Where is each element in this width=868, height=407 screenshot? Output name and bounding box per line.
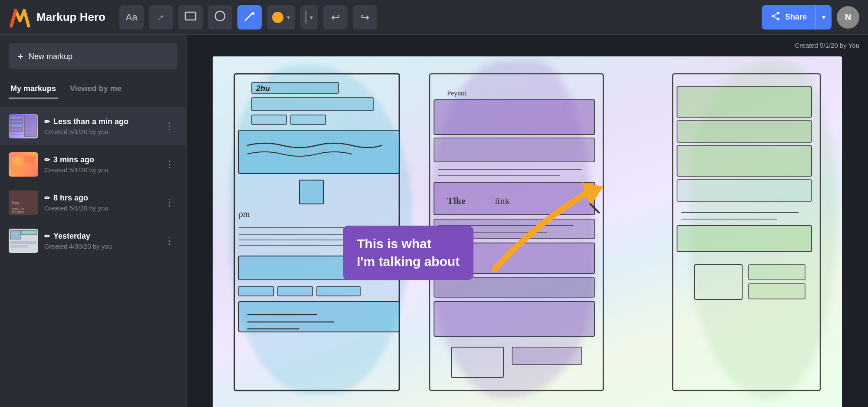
svg-rect-72 (694, 265, 742, 299)
list-item[interactable]: ✏ Yesterday Created 4/30/20 by you ⋮ (0, 222, 186, 260)
svg-rect-66 (677, 121, 812, 142)
svg-text:link: link (495, 195, 510, 206)
svg-line-7 (774, 17, 777, 19)
markup-thumbnail (9, 229, 38, 253)
svg-rect-50 (434, 138, 595, 162)
thumb-sketch-icon (9, 152, 38, 177)
share-button[interactable]: Share (762, 5, 815, 30)
svg-text:must be: must be (12, 207, 25, 210)
markup-subtitle: Created 5/1/20 by you (44, 204, 155, 212)
svg-rect-25 (10, 245, 28, 248)
thumb-sketch-icon (9, 114, 38, 138)
svg-rect-24 (10, 241, 36, 244)
svg-point-1 (215, 11, 225, 21)
header: Markup Hero Aa ↑ ▾ ▾ ↩ ↪ (0, 0, 868, 35)
tab-my-markups[interactable]: My markups (9, 80, 58, 98)
markup-info: ✏ Less than a min ago Created 5/1/20 by … (44, 117, 155, 135)
svg-rect-42 (317, 286, 360, 296)
markup-title: ✏ Yesterday (44, 232, 155, 241)
share-dropdown-button[interactable]: ▾ (815, 5, 832, 30)
color-chevron-icon: ▾ (287, 14, 290, 21)
arrow-tool-button[interactable]: ↑ (149, 5, 173, 30)
sidebar: + New markup My markups Viewed by me (0, 35, 187, 407)
share-label: Share (785, 13, 807, 22)
color-picker-button[interactable]: ▾ (267, 5, 295, 30)
canvas-area[interactable]: Created 5/1/20 by You 2hu (187, 35, 868, 407)
created-info: Created 5/1/20 by You (795, 42, 859, 49)
annotation-box: This is what I'm talking about (343, 226, 473, 280)
more-options-button[interactable]: ⋮ (161, 157, 178, 172)
markup-title: ✏ Less than a min ago (44, 117, 155, 126)
markup-subtitle: Created 5/1/20 by you (44, 166, 155, 174)
svg-rect-71 (677, 226, 812, 252)
circle-tool-icon (214, 10, 226, 25)
thumb-sketch-icon: this must be the place (9, 190, 38, 215)
svg-rect-49 (434, 100, 595, 135)
svg-rect-61 (434, 302, 595, 336)
share-icon (770, 11, 781, 23)
markup-thumbnail (9, 152, 38, 177)
color-dot (272, 12, 283, 23)
svg-rect-68 (677, 180, 812, 201)
svg-text:Tlke: Tlke (447, 195, 466, 206)
svg-rect-63 (512, 347, 582, 364)
share-dropdown-chevron-icon: ▾ (822, 13, 825, 21)
redo-button[interactable]: ↪ (353, 5, 377, 30)
svg-rect-16 (24, 156, 35, 163)
svg-rect-74 (749, 284, 805, 299)
plus-icon: + (17, 50, 23, 62)
pen-tool-button[interactable] (237, 5, 262, 30)
new-markup-button[interactable]: + New markup (9, 43, 178, 69)
markup-subtitle: Created 5/1/20 by you (44, 128, 155, 135)
stroke-width-button[interactable]: ▾ (300, 5, 318, 30)
arrow-tool-icon: ↑ (155, 11, 167, 23)
svg-rect-22 (10, 230, 21, 239)
pen-tool-icon (243, 10, 256, 25)
rectangle-tool-icon (184, 11, 197, 23)
markup-info: ✏ 8 hrs ago Created 5/1/20 by you (44, 194, 155, 212)
edit-icon: ✏ (44, 194, 50, 202)
edit-icon: ✏ (44, 156, 50, 164)
svg-rect-23 (22, 230, 36, 235)
share-group: Share ▾ (762, 5, 832, 30)
svg-rect-0 (185, 12, 196, 20)
more-options-button[interactable]: ⋮ (161, 195, 178, 210)
svg-rect-67 (677, 146, 812, 176)
svg-text:this: this (12, 200, 19, 205)
svg-rect-65 (677, 87, 812, 117)
list-item[interactable]: this must be the place ✏ 8 hrs ago Creat… (0, 184, 186, 222)
svg-point-6 (777, 18, 779, 20)
canvas-image[interactable]: 2hu ρm (213, 56, 842, 407)
undo-button[interactable]: ↩ (323, 5, 348, 30)
more-options-button[interactable]: ⋮ (161, 119, 178, 134)
rectangle-tool-button[interactable] (178, 5, 203, 30)
more-options-button[interactable]: ⋮ (161, 233, 178, 248)
stroke-chevron-icon: ▾ (310, 14, 313, 21)
svg-rect-13 (24, 116, 36, 137)
svg-rect-29 (252, 98, 373, 111)
svg-rect-30 (252, 115, 286, 125)
markup-thumbnail: this must be the place (9, 190, 38, 215)
annotation-text-line2: I'm talking about (357, 253, 460, 271)
svg-text:the place: the place (12, 210, 25, 214)
stroke-line-icon (306, 11, 306, 23)
redo-icon: ↪ (361, 11, 369, 23)
svg-rect-62 (451, 347, 503, 377)
markup-title: ✏ 8 hrs ago (44, 194, 155, 203)
app-name: Markup Hero (36, 10, 105, 24)
annotation-text-line1: This is what (357, 235, 460, 253)
svg-rect-12 (10, 128, 23, 131)
list-item[interactable]: ✏ 3 mins ago Created 5/1/20 by you ⋮ (0, 145, 186, 184)
thumb-sketch-icon (9, 229, 38, 253)
markup-title: ✏ 3 mins ago (44, 155, 155, 164)
list-item[interactable]: ✏ Less than a min ago Created 5/1/20 by … (0, 107, 186, 145)
user-avatar[interactable]: N (837, 6, 859, 29)
svg-text:ρm: ρm (239, 209, 250, 219)
svg-rect-11 (10, 124, 23, 127)
markup-list: ✏ Less than a min ago Created 5/1/20 by … (0, 107, 186, 398)
font-button[interactable]: Aa (119, 5, 144, 30)
tab-viewed-by-me[interactable]: Viewed by me (68, 80, 123, 98)
circle-tool-button[interactable] (208, 5, 232, 30)
new-markup-label: New markup (29, 52, 72, 61)
sidebar-tabs: My markups Viewed by me (9, 80, 178, 98)
